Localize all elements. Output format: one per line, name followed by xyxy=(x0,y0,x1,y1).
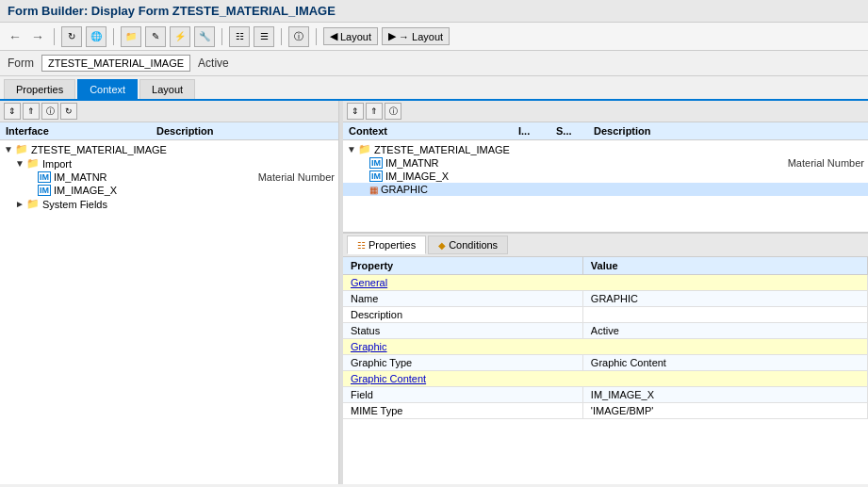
left-col1-header: Interface xyxy=(6,125,156,137)
grid-button[interactable]: ☷ xyxy=(229,26,250,47)
prop-name: Status xyxy=(343,323,582,339)
tree-item-sysfields[interactable]: ► 📁 System Fields xyxy=(0,197,338,211)
right-root-toggle[interactable]: ▼ xyxy=(347,144,356,154)
right-root-label: ZTESTE_MATERIAL_IMAGE xyxy=(374,144,864,155)
right-top: ⇕ ⇑ ⓘ Context I... S... Description ▼ 📁 … xyxy=(343,101,868,233)
sep3 xyxy=(221,28,222,45)
list-button[interactable]: ☰ xyxy=(254,26,274,47)
tree-item-import[interactable]: ▼ 📁 Import xyxy=(0,156,338,170)
right-collapse-button[interactable]: ⇑ xyxy=(366,103,383,120)
bottom-tab-cond-label: Conditions xyxy=(449,239,498,251)
prop-value[interactable]: Active xyxy=(582,323,867,339)
layout-left-button[interactable]: ◀ Layout xyxy=(323,27,378,45)
prop-value[interactable]: GRAPHIC xyxy=(582,291,867,307)
left-collapse-button[interactable]: ⇑ xyxy=(23,103,40,120)
left-expand-button[interactable]: ⇕ xyxy=(4,103,21,120)
layout-left-label: Layout xyxy=(340,31,371,42)
props-category-row[interactable]: Graphic Content xyxy=(343,371,868,387)
right-expand-button[interactable]: ⇕ xyxy=(347,103,364,120)
layout-right-button[interactable]: ▶ → Layout xyxy=(382,27,450,45)
prop-name: Graphic Type xyxy=(343,355,582,371)
title-text: Form Builder: Display Form ZTESTE_MATERI… xyxy=(8,4,336,18)
refresh-button[interactable]: ↻ xyxy=(61,26,82,47)
form-status: Active xyxy=(198,57,229,70)
sep2 xyxy=(113,28,114,45)
bottom-tab-properties[interactable]: ☷ Properties xyxy=(347,235,426,254)
prop-name: MIME Type xyxy=(343,403,582,419)
sysfields-toggle[interactable]: ► xyxy=(15,199,25,209)
activate-button[interactable]: ⚡ xyxy=(170,26,190,47)
layout-right-icon: ▶ xyxy=(388,30,396,42)
tab-context[interactable]: Context xyxy=(77,79,138,99)
table-row: FieldIM_IMAGE_X xyxy=(343,387,868,403)
right-tree-graphic[interactable]: ► ▦ GRAPHIC xyxy=(343,183,868,196)
forward-button[interactable]: → xyxy=(28,29,47,44)
left-panel-header: Interface Description xyxy=(0,122,338,140)
toolbar: ← → ↻ 🌐 📁 ✎ ⚡ 🔧 ☷ ☰ ⓘ ◀ Layout ▶ → Layou… xyxy=(0,23,868,51)
info-button[interactable]: ⓘ xyxy=(288,26,309,47)
right-tree-im-matnr[interactable]: ► IM IM_MATNR Material Number xyxy=(343,156,868,170)
props-category-row[interactable]: Graphic xyxy=(343,339,868,355)
left-panel-toolbar: ⇕ ⇑ ⓘ ↻ xyxy=(0,101,338,122)
right-im-matnr-label: IM_MATNR xyxy=(385,157,722,169)
im-matnr-label: IM_MATNR xyxy=(54,171,239,183)
ctx-col1-header: Context xyxy=(349,125,518,137)
im-image-x-label: IM_IMAGE_X xyxy=(54,185,335,196)
import-label: Import xyxy=(42,158,335,170)
ctx-col4-header: Description xyxy=(594,125,651,137)
props-category-row[interactable]: General xyxy=(343,275,868,291)
prop-value[interactable]: 'IMAGE/BMP' xyxy=(582,403,867,419)
im-matnr-field-icon: IM xyxy=(38,171,51,183)
tab-properties[interactable]: Properties xyxy=(4,79,75,99)
sep4 xyxy=(281,28,282,45)
import-toggle[interactable]: ▼ xyxy=(15,158,25,169)
bottom-tab-conditions[interactable]: ◆ Conditions xyxy=(428,235,508,254)
right-info-button[interactable]: ⓘ xyxy=(385,103,401,120)
properties-table: Property Value GeneralNameGRAPHICDescrip… xyxy=(343,257,868,419)
sep1 xyxy=(54,28,55,45)
root-toggle[interactable]: ▼ xyxy=(4,144,13,154)
form-label: Form xyxy=(8,57,34,70)
prop-name: Name xyxy=(343,291,582,307)
prop-name: Field xyxy=(343,387,582,403)
tab-layout[interactable]: Layout xyxy=(139,79,195,99)
root-label: ZTESTE_MATERIAL_IMAGE xyxy=(31,144,335,155)
left-info-button[interactable]: ⓘ xyxy=(41,103,58,120)
bottom-tab-props-label: Properties xyxy=(368,239,416,251)
edit-button[interactable]: ✎ xyxy=(145,26,166,47)
val-col-header: Value xyxy=(582,257,867,275)
prop-value[interactable] xyxy=(582,307,867,323)
sysfields-folder-icon: 📁 xyxy=(26,198,40,210)
table-row: MIME Type'IMAGE/BMP' xyxy=(343,403,868,419)
prop-value[interactable]: Graphic Content xyxy=(582,355,867,371)
new-button[interactable]: 📁 xyxy=(121,26,141,47)
form-bar: Form ZTESTE_MATERIAL_IMAGE Active xyxy=(0,51,868,76)
right-im-image-x-icon: IM xyxy=(369,170,383,182)
im-matnr-desc: Material Number xyxy=(239,171,335,183)
sep5 xyxy=(316,28,317,45)
web-button[interactable]: 🌐 xyxy=(86,26,106,47)
tree-item-root[interactable]: ▼ 📁 ZTESTE_MATERIAL_IMAGE xyxy=(0,142,338,156)
back-button[interactable]: ← xyxy=(6,29,25,44)
ctx-col2-header: I... xyxy=(518,125,556,137)
root-folder-icon: 📁 xyxy=(15,143,28,155)
props-icon: ☷ xyxy=(357,240,366,251)
right-graphic-icon: ▦ xyxy=(369,185,378,195)
table-row: Graphic TypeGraphic Content xyxy=(343,355,868,371)
tree-item-im-image-x[interactable]: ► IM IM_IMAGE_X xyxy=(0,184,338,197)
table-row: StatusActive xyxy=(343,323,868,339)
settings-button[interactable]: 🔧 xyxy=(194,26,215,47)
category-label: Graphic Content xyxy=(343,371,868,387)
right-tree-im-image-x[interactable]: ► IM IM_IMAGE_X xyxy=(343,170,868,183)
sysfields-label: System Fields xyxy=(42,199,335,210)
tree-item-im-matnr[interactable]: ► IM IM_MATNR Material Number xyxy=(0,170,338,184)
left-refresh-button[interactable]: ↻ xyxy=(60,103,77,120)
cond-icon: ◆ xyxy=(438,240,446,251)
right-tree: ▼ 📁 ZTESTE_MATERIAL_IMAGE ► IM IM_MATNR … xyxy=(343,140,868,232)
left-tree: ▼ 📁 ZTESTE_MATERIAL_IMAGE ▼ 📁 Import ► I… xyxy=(0,140,338,484)
prop-value[interactable]: IM_IMAGE_X xyxy=(582,387,867,403)
right-root-icon: 📁 xyxy=(358,143,371,155)
left-col2-header: Description xyxy=(156,125,214,137)
category-label: General xyxy=(343,275,868,291)
right-tree-root[interactable]: ▼ 📁 ZTESTE_MATERIAL_IMAGE xyxy=(343,142,868,156)
